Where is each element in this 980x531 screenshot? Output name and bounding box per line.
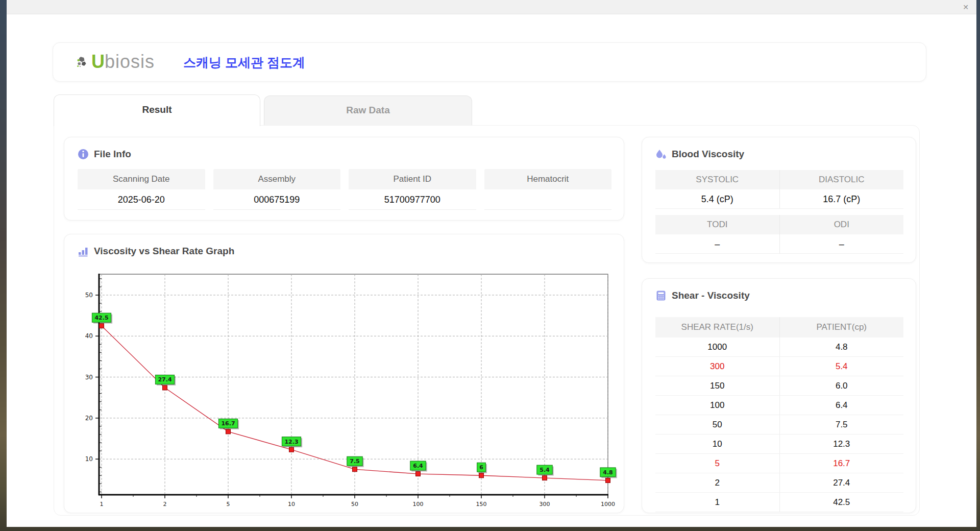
- file-info-field-value: 000675199: [213, 189, 341, 210]
- patient-viscosity-cell: 5.4: [780, 357, 904, 376]
- blood-viscosity-header-cell: DIASTOLIC: [780, 170, 904, 189]
- file-info-field: Scanning Date2025-06-20: [78, 169, 205, 210]
- x-tick-label: 50: [351, 501, 358, 506]
- blood-viscosity-value-cell: 16.7 (cP): [780, 189, 904, 209]
- shear-viscosity-table: SHEAR RATE(1/s)PATIENT(cp)10004.83005.41…: [655, 317, 903, 512]
- logo-text-biosis: biosis: [105, 51, 155, 73]
- data-point-marker: [353, 467, 357, 472]
- x-tick-label: 1000: [601, 501, 615, 506]
- y-tick-label: 40: [85, 332, 93, 340]
- app-title: 스캐닝 모세관 점도계: [183, 54, 305, 71]
- tab-result[interactable]: Result: [54, 94, 260, 126]
- calculator-icon: [655, 290, 667, 301]
- y-tick-label: 50: [85, 292, 93, 299]
- patient-viscosity-cell: 42.5: [780, 493, 904, 512]
- file-info-field-value: 51700977700: [349, 189, 476, 210]
- data-label-text: 16.7: [221, 420, 235, 427]
- shear-rate-cell: 2: [655, 473, 780, 492]
- header-card: Ubiosis 스캐닝 모세관 점도계: [53, 42, 926, 82]
- data-point-marker: [416, 472, 421, 476]
- viscosity-shear-chart: 12510501001503001000102030405042.527.416…: [72, 263, 628, 506]
- data-point-marker: [163, 385, 167, 390]
- file-info-field-value: 2025-06-20: [78, 189, 205, 210]
- blood-viscosity-value-cell: 5.4 (cP): [655, 189, 780, 209]
- shear-rate-cell: 300: [655, 357, 780, 376]
- table-row: 3005.4: [655, 357, 903, 376]
- patient-viscosity-cell: 12.3: [780, 435, 904, 453]
- shear-rate-cell: 150: [655, 376, 780, 395]
- tab-raw-data[interactable]: Raw Data: [264, 95, 472, 125]
- table-row: 10004.8: [655, 337, 903, 357]
- window-titlebar: ✕: [7, 0, 976, 14]
- table-row: 516.7: [655, 454, 903, 473]
- file-info-title: File Info: [94, 149, 131, 160]
- graph-title: Viscosity vs Shear Rate Graph: [94, 246, 234, 257]
- patient-viscosity-cell: 27.4: [780, 473, 904, 492]
- blood-viscosity-value-row: ––: [655, 234, 903, 254]
- shear-rate-cell: 1000: [655, 337, 780, 356]
- file-info-field: Assembly000675199: [213, 169, 341, 210]
- blood-viscosity-header-row: TODIODI: [655, 215, 903, 234]
- shear-viscosity-card: Shear - Viscosity SHEAR RATE(1/s)PATIENT…: [642, 278, 916, 513]
- blood-viscosity-table: SYSTOLICDIASTOLIC5.4 (cP)16.7 (cP)TODIOD…: [655, 170, 903, 254]
- blood-viscosity-value-cell: –: [655, 234, 780, 254]
- shear-rate-cell: 10: [655, 435, 780, 453]
- data-point-marker: [543, 476, 547, 480]
- data-point-marker: [226, 429, 231, 434]
- table-header-cell: PATIENT(cp): [780, 317, 904, 337]
- patient-viscosity-cell: 16.7: [780, 454, 904, 473]
- shear-viscosity-title: Shear - Viscosity: [672, 290, 750, 301]
- data-label-text: 6.4: [413, 463, 423, 469]
- data-label-text: 4.8: [603, 469, 613, 476]
- close-icon[interactable]: ✕: [961, 3, 970, 12]
- patient-viscosity-cell: 7.5: [780, 415, 904, 434]
- patient-viscosity-cell: 4.8: [780, 337, 904, 356]
- file-info-field-label: Scanning Date: [78, 169, 205, 189]
- blood-viscosity-value-row: 5.4 (cP)16.7 (cP): [655, 189, 903, 209]
- table-row: 1506.0: [655, 376, 903, 396]
- x-tick-label: 1: [100, 501, 104, 506]
- x-tick-label: 10: [288, 501, 295, 506]
- table-row: 227.4: [655, 473, 903, 493]
- x-tick-label: 5: [227, 501, 230, 506]
- file-info-field: Patient ID51700977700: [349, 169, 476, 210]
- logo-text-u: U: [91, 51, 105, 73]
- shear-rate-cell: 1: [655, 493, 780, 512]
- table-header-cell: SHEAR RATE(1/s): [655, 317, 780, 337]
- data-label-text: 5.4: [540, 467, 550, 473]
- ubiosis-logo-icon: [76, 56, 87, 67]
- info-icon: [78, 149, 89, 160]
- data-point-marker: [100, 324, 104, 328]
- table-row: 142.5: [655, 493, 903, 512]
- blood-drop-icon: [655, 149, 667, 160]
- patient-viscosity-cell: 6.4: [780, 396, 904, 415]
- x-tick-label: 100: [413, 501, 424, 506]
- data-label-text: 42.5: [94, 315, 108, 321]
- file-info-card: File Info Scanning Date2025-06-20Assembl…: [64, 137, 624, 221]
- blood-viscosity-header-cell: SYSTOLIC: [655, 170, 780, 189]
- table-header-row: SHEAR RATE(1/s)PATIENT(cp): [655, 317, 903, 337]
- table-row: 1006.4: [655, 396, 903, 415]
- table-row: 1012.3: [655, 435, 903, 454]
- file-info-field-label: Assembly: [213, 169, 341, 189]
- x-tick-label: 2: [163, 501, 167, 506]
- file-info-field-label: Patient ID: [349, 169, 476, 189]
- data-label-text: 12.3: [284, 439, 298, 445]
- bar-chart-icon: [78, 246, 89, 257]
- shear-rate-cell: 100: [655, 396, 780, 415]
- file-info-field-value: [484, 189, 612, 210]
- y-tick-label: 10: [85, 455, 93, 463]
- data-label-text: 6: [479, 464, 483, 471]
- logo: Ubiosis: [76, 51, 155, 73]
- blood-viscosity-header-cell: ODI: [780, 215, 904, 234]
- file-info-field-label: Hematocrit: [484, 169, 612, 189]
- x-tick-label: 150: [476, 501, 487, 506]
- blood-viscosity-value-cell: –: [780, 234, 904, 254]
- data-label-text: 27.4: [158, 376, 172, 383]
- table-row: 507.5: [655, 415, 903, 435]
- blood-viscosity-header-cell: TODI: [655, 215, 780, 234]
- data-point-marker: [289, 447, 294, 452]
- y-tick-label: 30: [85, 374, 93, 381]
- y-tick-label: 20: [85, 415, 93, 422]
- x-tick-label: 300: [540, 501, 550, 506]
